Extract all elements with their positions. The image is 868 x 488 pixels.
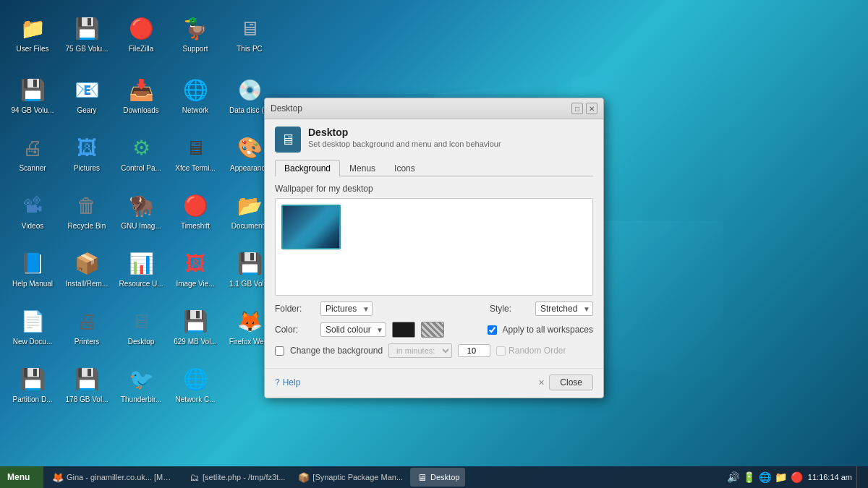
desktop-icon-downloads[interactable]: 📥 Downloads xyxy=(116,69,166,123)
desktop-icon-pictures[interactable]: 🖼 Pictures xyxy=(61,127,112,181)
help-label[interactable]: Help xyxy=(283,377,301,388)
wallpaper-preview xyxy=(283,206,339,248)
dialog-tabs: Background Menus Icons xyxy=(275,160,593,176)
desktop-icon-timeshift[interactable]: 🔴 Timeshift xyxy=(170,184,221,239)
apply-all-workspaces-label: Apply to all workspaces xyxy=(503,325,593,335)
taskbar-item-synaptic[interactable]: 📦 [Synaptic Package Man... xyxy=(292,468,409,487)
folder-select-wrapper: Pictures ▼ xyxy=(320,301,373,316)
desktop-icon-network-c[interactable]: 🌐 Network C... xyxy=(170,358,221,412)
color-label: Color: xyxy=(275,325,315,335)
taskbar-start-button[interactable]: Menu xyxy=(0,466,43,488)
wallpaper-thumb-selected[interactable] xyxy=(281,205,341,249)
icon-label-scanner: Scanner xyxy=(19,164,46,173)
desktop-icon-control-panel[interactable]: ⚙ Control Pa... xyxy=(116,127,166,181)
change-bg-row: Change the background in minutes: Random… xyxy=(275,343,593,358)
icon-label-documents: Documents xyxy=(231,222,268,231)
desktop-icon-178gb-vol[interactable]: 💾 178 GB Vol... xyxy=(61,358,112,412)
help-link[interactable]: ? Help xyxy=(275,377,300,388)
desktop-icon-gnu-image[interactable]: 🦬 GNU Imag... xyxy=(116,184,166,239)
icon-label-xfce-terminal: Xfce Termi... xyxy=(175,164,215,173)
icon-image-178gb-vol: 💾 xyxy=(74,367,100,393)
icon-label-appearance: Appearance xyxy=(230,164,269,173)
start-label: Menu xyxy=(7,472,30,482)
icon-image-network-c: 🌐 xyxy=(182,367,208,393)
desktop-icon-user-files[interactable]: 📁 User Files xyxy=(7,7,58,61)
tray-icon-2[interactable]: 🌐 xyxy=(759,471,772,484)
dialog-close-button[interactable]: ✕ xyxy=(586,103,597,114)
tray-icon-1[interactable]: 🔋 xyxy=(743,471,756,484)
wallpaper-grid[interactable] xyxy=(275,198,593,296)
icon-image-75gb-vol: 💾 xyxy=(74,16,100,42)
icon-image-printers: 🖨 xyxy=(74,309,100,335)
taskbar-item-setlite[interactable]: 🗂 [setlite.php - /tmp/fz3t... xyxy=(182,468,291,487)
desktop-icons-container: 📁 User Files 💾 75 GB Volu... 🔴 FileZilla… xyxy=(7,7,275,412)
desktop-icon-75gb-vol[interactable]: 💾 75 GB Volu... xyxy=(61,7,112,61)
icon-label-timeshift: Timeshift xyxy=(181,222,210,231)
pattern-swatch[interactable] xyxy=(421,322,444,338)
dialog-body: 🖥 Desktop Set desktop background and men… xyxy=(265,119,603,365)
icon-image-xfce-terminal: 🖥 xyxy=(182,135,208,161)
desktop-icon-94gb-vol[interactable]: 💾 94 GB Volu... xyxy=(7,69,58,123)
taskbar-label-gina-firefox: Gina - ginamiller.co.uk... [Mozilla Fire… xyxy=(67,473,175,481)
icon-image-filezilla: 🔴 xyxy=(128,16,154,42)
tab-menus[interactable]: Menus xyxy=(340,160,385,176)
desktop-icon-network[interactable]: 🌐 Network xyxy=(170,69,221,123)
tray-icon-0[interactable]: 🔊 xyxy=(727,471,740,484)
show-desktop-button[interactable] xyxy=(856,466,862,488)
taskbar-icon-setlite: 🗂 xyxy=(188,471,200,483)
icon-label-75gb-vol: 75 GB Volu... xyxy=(66,45,109,53)
desktop-icon-629gb-vol[interactable]: 💾 629 MB Vol... xyxy=(170,300,221,354)
icon-label-geary: Geary xyxy=(77,106,96,115)
taskbar-item-desktop-active[interactable]: 🖥 Desktop xyxy=(410,468,465,487)
icon-image-new-doc: 📄 xyxy=(20,309,46,335)
icon-image-timeshift: 🔴 xyxy=(182,193,208,219)
desktop-icon-resource-u[interactable]: 📊 Resource U... xyxy=(116,242,166,296)
apply-all-workspaces-checkbox[interactable] xyxy=(488,325,497,335)
icon-image-this-pc: 🖥 xyxy=(237,16,263,42)
color-select[interactable]: Solid colour Gradient xyxy=(320,322,386,337)
desktop-icon-scanner[interactable]: 🖨 Scanner xyxy=(7,127,58,181)
color-swatch[interactable] xyxy=(392,322,415,338)
desktop-icon-printers[interactable]: 🖨 Printers xyxy=(61,300,112,354)
change-bg-checkbox[interactable] xyxy=(275,346,284,356)
change-bg-label: Change the background xyxy=(290,346,383,356)
desktop-icon-help-manual[interactable]: 📘 Help Manual xyxy=(7,242,58,296)
desktop-icon-desktop[interactable]: 🖥 Desktop xyxy=(116,300,166,354)
tab-background[interactable]: Background xyxy=(275,160,340,176)
taskbar-label-synaptic: [Synaptic Package Man... xyxy=(312,473,403,481)
icon-label-thunderbird: Thunderbir... xyxy=(121,395,161,404)
icon-image-data-disc: 💿 xyxy=(237,77,263,103)
wallpaper-label: Wallpaper for my desktop xyxy=(275,184,593,194)
desktop-icon-install-remove[interactable]: 📦 Install/Rem... xyxy=(61,242,112,296)
desktop-icon-thunderbird[interactable]: 🐦 Thunderbir... xyxy=(116,358,166,412)
maximize-button[interactable]: □ xyxy=(571,103,583,114)
close-button[interactable]: Close xyxy=(549,374,593,390)
icon-label-videos: Videos xyxy=(22,222,43,231)
desktop-icon-videos[interactable]: 📽 Videos xyxy=(7,184,58,239)
style-select[interactable]: Stretched Centered Tiled Scaled xyxy=(535,301,593,316)
desktop-icon-partition-d[interactable]: 💾 Partition D... xyxy=(7,358,58,412)
tray-icon-4[interactable]: 🔴 xyxy=(791,471,804,484)
tray-icon-3[interactable]: 📁 xyxy=(775,471,788,484)
folder-select[interactable]: Pictures xyxy=(320,301,373,316)
minutes-input[interactable] xyxy=(458,344,490,357)
tab-icons[interactable]: Icons xyxy=(385,160,425,176)
desktop-icon-geary[interactable]: 📧 Geary xyxy=(61,69,112,123)
taskbar: Menu 🦊 Gina - ginamiller.co.uk... [Mozil… xyxy=(0,466,868,488)
desktop-icon-filezilla[interactable]: 🔴 FileZilla xyxy=(116,7,166,61)
taskbar-item-gina-firefox[interactable]: 🦊 Gina - ginamiller.co.uk... [Mozilla Fi… xyxy=(46,468,181,487)
dialog-title: Desktop xyxy=(271,103,302,114)
icon-label-filezilla: FileZilla xyxy=(129,45,153,53)
icon-image-support: 🦆 xyxy=(182,16,208,42)
taskbar-clock: 11:16:14 am xyxy=(808,473,852,481)
desktop-icon-image-view[interactable]: 🖼 Image Vie... xyxy=(170,242,221,296)
desktop-icon-support[interactable]: 🦆 Support xyxy=(170,7,221,61)
desktop-icon-new-doc[interactable]: 📄 New Docu... xyxy=(7,300,58,354)
color-apply-row: Color: Solid colour Gradient ▼ Apply to … xyxy=(275,322,593,338)
minutes-select[interactable]: in minutes: xyxy=(388,343,452,358)
desktop-icon-this-pc[interactable]: 🖥 This PC xyxy=(224,7,275,61)
desktop-icon-recycle-bin[interactable]: 🗑 Recycle Bin xyxy=(61,184,112,239)
random-order-checkbox[interactable] xyxy=(496,346,506,356)
desktop-icon-xfce-terminal[interactable]: 🖥 Xfce Termi... xyxy=(170,127,221,181)
dialog-app-icon: 🖥 xyxy=(275,127,301,153)
